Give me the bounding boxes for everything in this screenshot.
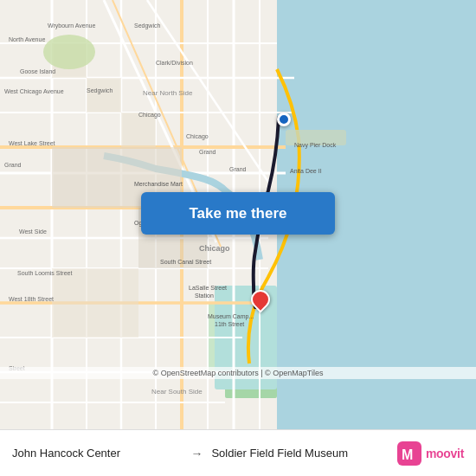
app-container: North Avenue West Lake Street West 18th …: [0, 0, 476, 476]
take-me-there-button[interactable]: Take me there: [141, 192, 335, 235]
svg-text:Anita Dee II: Anita Dee II: [290, 168, 322, 174]
svg-text:Grand: Grand: [4, 162, 22, 168]
svg-text:West 18th Street: West 18th Street: [9, 296, 54, 302]
svg-text:Merchandise Mart: Merchandise Mart: [134, 181, 183, 187]
svg-text:Near North Side: Near North Side: [143, 89, 193, 97]
svg-text:Navy Pier Dock: Navy Pier Dock: [294, 142, 337, 149]
svg-text:South Canal Street: South Canal Street: [160, 259, 211, 265]
svg-text:West Side: West Side: [19, 228, 47, 235]
svg-text:North Avenue: North Avenue: [9, 36, 45, 42]
svg-text:West Chicago Avenue: West Chicago Avenue: [4, 88, 64, 95]
destination-marker: [251, 290, 270, 309]
svg-rect-29: [87, 78, 121, 113]
svg-text:Station: Station: [195, 293, 214, 299]
svg-text:Grand: Grand: [199, 149, 216, 155]
bottom-bar: John Hancock Center → Soldier Field Fiel…: [0, 429, 476, 476]
svg-rect-30: [121, 113, 156, 147]
svg-text:Sedgwich: Sedgwich: [134, 23, 160, 29]
svg-text:Chicago: Chicago: [199, 244, 230, 253]
svg-text:M: M: [402, 447, 413, 462]
svg-text:11th Street: 11th Street: [215, 321, 244, 327]
route-arrow-icon: →: [190, 447, 203, 460]
moovit-icon: M: [397, 441, 421, 466]
svg-text:LaSalle Street: LaSalle Street: [189, 285, 227, 291]
svg-text:South Loomis Street: South Loomis Street: [17, 270, 72, 276]
svg-point-34: [43, 35, 95, 69]
svg-text:West Lake Street: West Lake Street: [9, 140, 55, 146]
svg-text:Chicago: Chicago: [138, 112, 161, 119]
svg-text:Goose Island: Goose Island: [20, 68, 55, 74]
map-area: North Avenue West Lake Street West 18th …: [0, 0, 476, 429]
route-to-label: Soldier Field Field Museum: [211, 447, 381, 460]
route-from-label: John Hancock Center: [12, 447, 182, 460]
map-attribution: © OpenStreetMap contributors | © OpenMap…: [0, 367, 476, 379]
moovit-brand-text: moovit: [426, 447, 464, 460]
svg-text:Near South Side: Near South Side: [151, 388, 203, 396]
svg-rect-33: [52, 268, 138, 338]
svg-text:Grand: Grand: [229, 166, 247, 172]
svg-text:Museum Camp...: Museum Camp...: [208, 313, 254, 320]
svg-text:Wrybourn Avenue: Wrybourn Avenue: [48, 23, 95, 29]
svg-text:Clark/Division: Clark/Division: [156, 60, 193, 66]
svg-text:Chicago: Chicago: [186, 133, 209, 140]
origin-marker: [277, 113, 291, 126]
moovit-logo: M moovit: [397, 441, 464, 466]
svg-text:Sedgwich: Sedgwich: [87, 87, 113, 94]
